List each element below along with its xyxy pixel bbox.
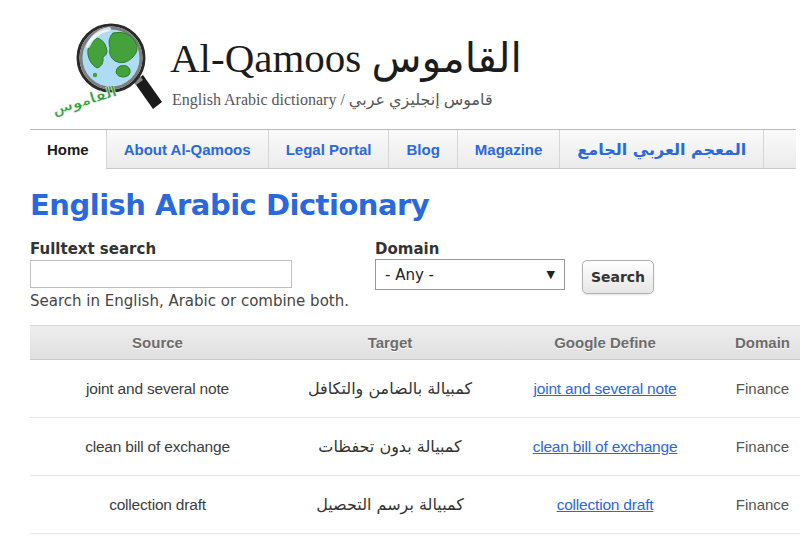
search-button[interactable]: Search — [582, 260, 654, 294]
source-term-cell: demand bill — [30, 534, 285, 541]
target-translation-cell: كمبيالة بالضامن والتكافل — [285, 360, 495, 417]
fulltext-search-label: Fulltext search — [30, 240, 156, 258]
nav-tab-legal-portal[interactable]: Legal Portal — [269, 130, 390, 168]
domain-cell: Finance — [715, 476, 800, 533]
domain-cell: Finance — [715, 360, 800, 417]
google-define-cell: joint and several note — [495, 360, 715, 417]
nav-tab-blog[interactable]: Blog — [389, 130, 457, 168]
domain-cell: Finance — [715, 418, 800, 475]
domain-selected-value: - Any - — [385, 266, 434, 284]
table-row: joint and several noteكمبيالة بالضامن وا… — [30, 360, 800, 418]
site-logo[interactable]: القاموس — [50, 18, 172, 118]
table-row: clean bill of exchangeكمبيالة بدون تحفظا… — [30, 418, 800, 476]
google-define-link[interactable]: collection draft — [557, 496, 654, 514]
fulltext-search-input[interactable] — [30, 260, 292, 288]
google-define-link[interactable]: clean bill of exchange — [533, 438, 678, 456]
google-define-cell: demand bill — [495, 534, 715, 541]
google-define-cell: clean bill of exchange — [495, 418, 715, 475]
google-define-link[interactable]: joint and several note — [534, 380, 677, 398]
main-nav: HomeAbout Al-QamoosLegal PortalBlogMagaz… — [30, 129, 796, 169]
magnifier-globe-icon: القاموس — [50, 18, 172, 118]
nav-tab-arabic-dictionary[interactable]: المعجم العربي الجامع — [560, 130, 764, 168]
dropdown-arrow-icon: ▼ — [547, 268, 555, 281]
target-translation-cell: كمبيالة تحت الطلب — [285, 534, 495, 541]
results-table-body: joint and several noteكمبيالة بالضامن وا… — [30, 360, 800, 541]
site-title: Al-Qamoos القاموس — [170, 34, 522, 82]
column-header-source: Source — [30, 326, 285, 359]
google-define-cell: collection draft — [495, 476, 715, 533]
site-subtitle: English Arabic dictionary / قاموس إنجليز… — [172, 90, 493, 109]
target-translation-cell: كمبيالة برسم التحصيل — [285, 476, 495, 533]
logo-arabic-text: القاموس — [50, 82, 119, 118]
nav-tab-magazine[interactable]: Magazine — [458, 130, 561, 168]
target-translation-cell: كمبيالة بدون تحفظات — [285, 418, 495, 475]
column-header-google-define: Google Define — [495, 326, 715, 359]
results-table: SourceTargetGoogle DefineDomain joint an… — [30, 325, 800, 541]
source-term-cell: collection draft — [30, 476, 285, 533]
search-hint: Search in English, Arabic or combine bot… — [30, 292, 349, 310]
nav-tab-home[interactable]: Home — [30, 130, 107, 169]
domain-select[interactable]: - Any - ▼ — [375, 259, 565, 290]
table-row: collection draftكمبيالة برسم التحصيلcoll… — [30, 476, 800, 534]
domain-label: Domain — [375, 240, 439, 258]
page-title: English Arabic Dictionary — [30, 188, 429, 222]
results-table-header: SourceTargetGoogle DefineDomain — [30, 325, 800, 360]
nav-tab-about-al-qamoos[interactable]: About Al-Qamoos — [107, 130, 269, 168]
column-header-target: Target — [285, 326, 495, 359]
source-term-cell: clean bill of exchange — [30, 418, 285, 475]
table-row: demand billكمبيالة تحت الطلبdemand billF… — [30, 534, 800, 541]
source-term-cell: joint and several note — [30, 360, 285, 417]
column-header-domain: Domain — [715, 326, 800, 359]
domain-cell: Finance — [715, 534, 800, 541]
